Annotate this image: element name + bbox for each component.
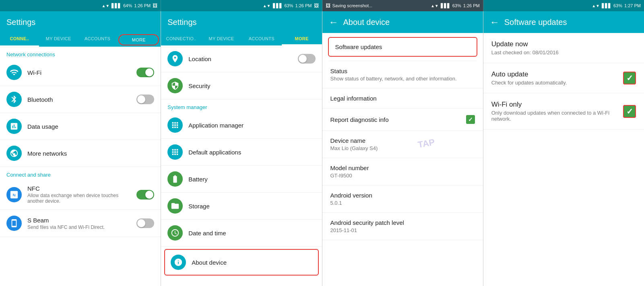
app-manager-text: Application manager [188, 122, 315, 129]
app-manager-icon-circle [167, 117, 183, 133]
panel-about-device: ← About device Software updates Status S… [322, 11, 483, 286]
panel3-header: ← About device [322, 11, 483, 33]
panel1-title: Settings [6, 18, 35, 27]
tab-accounts1[interactable]: ACCOUNTS [78, 33, 117, 47]
about-item-status[interactable]: Status Show status of battery, network, … [322, 61, 483, 88]
tab-accounts2[interactable]: ACCOUNTS [242, 33, 282, 45]
status-bar-panel4: ▲▼ ▋▋▋ 63% 1:27 PM [483, 0, 644, 11]
screenshot-icon-p1: 🖼 [153, 3, 157, 8]
about-item-legal[interactable]: Legal information [322, 88, 483, 109]
tab-mydevice2[interactable]: MY DEVICE [201, 33, 242, 45]
panel4-content: Update now Last checked on: 08/01/2016 A… [483, 33, 644, 286]
about-icon-circle [171, 255, 186, 270]
time-p1: 1:26 PM [134, 3, 151, 8]
datetime-text: Date and time [188, 230, 315, 237]
update-item-wifi-only[interactable]: Wi-Fi only Only download updates when co… [483, 93, 644, 130]
panel3-content: Software updates Status Show status of b… [322, 33, 483, 286]
screenshot-icon-p3: 🖼 [326, 3, 330, 8]
list-item-datetime[interactable]: Date and time [161, 220, 322, 247]
panel1-tabs: CONNE.. MY DEVICE ACCOUNTS MORE [0, 33, 161, 47]
data-usage-text: Data usage [27, 123, 154, 130]
list-item-storage[interactable]: Storage [161, 193, 322, 220]
list-item-battery[interactable]: Battery [161, 166, 322, 193]
list-item-more-networks[interactable]: More networks [0, 140, 161, 167]
datetime-icon-circle [167, 225, 183, 241]
auto-update-checkbox[interactable]: ✓ [623, 72, 636, 84]
more-networks-text: More networks [27, 150, 154, 157]
panel2-title: Settings [167, 18, 196, 27]
status-bar-panel3: 🖼 Saving screenshot... ▲▼ ▋▋▋ 63% 1:26 P… [322, 0, 483, 11]
about-item-android-version[interactable]: Android version 5.0.1 [322, 185, 483, 213]
bars-icon-p1: ▋▋▋ [111, 3, 121, 8]
wifi-toggle[interactable] [136, 68, 154, 77]
list-item-nfc[interactable]: NFC Allow data exchange when device touc… [0, 179, 161, 210]
panel2-content: Location Security System manager [161, 45, 322, 286]
sbeam-text: S Beam Send files via NFC and Wi-Fi Dire… [27, 217, 131, 230]
list-item-security[interactable]: Security [161, 72, 322, 99]
saving-notif: Saving screenshot... [332, 3, 429, 8]
panel-settings-connections: Settings CONNE.. MY DEVICE ACCOUNTS MORE… [0, 11, 161, 286]
panel-software-updates: ← Software updates Update now Last check… [483, 11, 644, 286]
bars-icon-p4: ▋▋▋ [602, 3, 611, 8]
more-networks-icon-circle [6, 146, 22, 161]
about-item-software-updates[interactable]: Software updates [328, 37, 477, 57]
battery-p2: 63% [285, 3, 293, 8]
list-item-sbeam[interactable]: S Beam Send files via NFC and Wi-Fi Dire… [0, 210, 161, 237]
update-item-now[interactable]: Update now Last checked on: 08/01/2016 [483, 33, 644, 63]
data-icon-circle [6, 119, 22, 134]
security-text: Security [188, 82, 315, 89]
panel3-title: About device [343, 18, 390, 27]
about-item-diagnostic[interactable]: Report diagnostic info ✓ [322, 109, 483, 131]
section-header-share: Connect and share [0, 167, 161, 179]
back-arrow-p3[interactable]: ← [329, 16, 339, 28]
bluetooth-text: Bluetooth [27, 96, 131, 103]
nfc-icon-circle [6, 187, 22, 202]
tab-mydevice1[interactable]: MY DEVICE [39, 33, 78, 47]
panel-settings-more: Settings CONNECTIO.. MY DEVICE ACCOUNTS … [161, 11, 322, 286]
tab-more1[interactable]: MORE [118, 34, 159, 45]
list-item-location[interactable]: Location [161, 45, 322, 72]
list-item-about[interactable]: About device [164, 249, 318, 276]
battery-icon-circle [167, 171, 183, 187]
battery-p4: 63% [613, 3, 622, 8]
storage-text: Storage [188, 203, 315, 210]
panel4-title: Software updates [504, 18, 567, 27]
status-bar-panel1: ▲▼ ▋▋▋ 64% 1:26 PM 🖼 [0, 0, 161, 11]
wifi-only-checkbox[interactable]: ✓ [623, 105, 636, 118]
screenshot-icon-p2: 🖼 [314, 3, 319, 8]
update-now-text: Update now Last checked on: 08/01/2016 [491, 40, 636, 56]
panel2-header: Settings [161, 11, 322, 33]
auto-update-text: Auto update Check for updates automatica… [491, 70, 618, 86]
time-p3: 1:26 PM [463, 3, 480, 8]
about-item-device-name[interactable]: Device name Max Lio (Galaxy S4) [322, 131, 483, 158]
list-item-wifi[interactable]: Wi-Fi [0, 59, 161, 86]
about-item-model[interactable]: Model number GT-I9500 [322, 158, 483, 185]
sbeam-toggle[interactable] [136, 218, 154, 228]
time-p2: 1:26 PM [295, 3, 312, 8]
status-bar-panel2: ▲▼ ▋▋▋ 63% 1:26 PM 🖼 [161, 0, 322, 11]
location-toggle[interactable] [298, 54, 316, 64]
bluetooth-toggle[interactable] [136, 95, 154, 104]
default-apps-icon-circle [167, 144, 183, 160]
diagnostic-checkbox[interactable]: ✓ [466, 115, 475, 124]
tab-more2[interactable]: MORE [282, 33, 322, 45]
list-item-app-manager[interactable]: Application manager [161, 112, 322, 139]
panel1-header: Settings [0, 11, 161, 33]
battery-p1: 64% [123, 3, 132, 8]
location-text: Location [188, 56, 292, 62]
time-p4: 1:27 PM [624, 3, 641, 8]
about-item-security-patch[interactable]: Android security patch level 2015-11-01 [322, 213, 483, 240]
update-item-auto[interactable]: Auto update Check for updates automatica… [483, 63, 644, 93]
list-item-data-usage[interactable]: Data usage [0, 113, 161, 140]
tab-connections2[interactable]: CONNECTIO.. [161, 33, 201, 45]
list-item-default-apps[interactable]: Default applications [161, 139, 322, 166]
list-item-bluetooth[interactable]: Bluetooth [0, 86, 161, 113]
back-arrow-p4[interactable]: ← [490, 16, 500, 28]
tab-connections[interactable]: CONNE.. [0, 33, 39, 47]
wifi-text: Wi-Fi [27, 69, 131, 76]
section-header-system: System manager [161, 99, 322, 112]
panel2-tabs: CONNECTIO.. MY DEVICE ACCOUNTS MORE [161, 33, 322, 45]
nfc-toggle[interactable] [136, 190, 154, 200]
signal-icon-p3: ▲▼ [431, 4, 439, 8]
wifi-icon-circle [6, 65, 22, 80]
